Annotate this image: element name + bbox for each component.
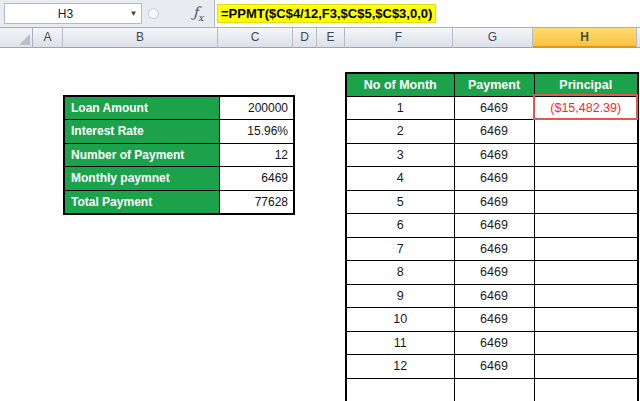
- schedule-month-cell[interactable]: 2: [346, 120, 454, 144]
- formula-bar: H3 ▼ ƒx =PPMT($C$4/12,F3,$C$5,$C$3,0,0): [0, 0, 640, 28]
- schedule-header-cell[interactable]: No of Month: [346, 73, 454, 97]
- schedule-header-cell[interactable]: Payment: [454, 73, 534, 97]
- schedule-month-cell[interactable]: 6: [346, 214, 454, 238]
- name-box-value: H3: [5, 7, 126, 21]
- loan-value-cell[interactable]: 15.96%: [219, 120, 294, 144]
- schedule-month-cell[interactable]: 4: [346, 167, 454, 191]
- loan-value-cell[interactable]: 200000: [219, 96, 294, 120]
- select-all-triangle-icon: [19, 34, 30, 45]
- loan-label-cell[interactable]: Loan Amount: [64, 96, 219, 120]
- column-header-F[interactable]: F: [345, 28, 453, 48]
- column-header-A[interactable]: A: [33, 28, 63, 48]
- schedule-month-cell[interactable]: 7: [346, 237, 454, 261]
- schedule-month-cell[interactable]: 5: [346, 190, 454, 214]
- formula-bar-divider-icon: [148, 8, 159, 19]
- schedule-header-cell[interactable]: Principal: [534, 73, 638, 97]
- schedule-payment-cell[interactable]: 6469: [454, 167, 534, 191]
- schedule-principal-cell[interactable]: [534, 331, 638, 355]
- schedule-principal-cell[interactable]: [534, 190, 638, 214]
- schedule-payment-cell[interactable]: 6469: [454, 284, 534, 308]
- formula-input[interactable]: =PPMT($C$4/12,F3,$C$5,$C$3,0,0): [214, 0, 640, 27]
- loan-label-cell[interactable]: Total Payment: [64, 190, 219, 214]
- insert-function-icon[interactable]: ƒx: [193, 4, 203, 23]
- column-header-C[interactable]: C: [218, 28, 293, 48]
- schedule-month-cell[interactable]: 10: [346, 308, 454, 332]
- schedule-payment-cell[interactable]: 6469: [454, 214, 534, 238]
- schedule-payment-cell[interactable]: 6469: [454, 96, 534, 120]
- schedule-month-cell[interactable]: [346, 378, 454, 401]
- schedule-principal-cell[interactable]: [534, 308, 638, 332]
- loan-value-cell[interactable]: 6469: [219, 167, 294, 191]
- fx-x: x: [198, 13, 203, 23]
- column-header-H[interactable]: H: [533, 28, 637, 48]
- schedule-principal-cell[interactable]: [534, 355, 638, 379]
- schedule-month-cell[interactable]: 11: [346, 331, 454, 355]
- payment-schedule-table: No of MonthPaymentPrincipal 16469($15,48…: [345, 72, 639, 401]
- name-box-dropdown-icon[interactable]: ▼: [126, 9, 141, 18]
- schedule-month-cell[interactable]: 1: [346, 96, 454, 120]
- schedule-principal-cell[interactable]: [534, 120, 638, 144]
- schedule-month-cell[interactable]: 12: [346, 355, 454, 379]
- schedule-principal-cell[interactable]: [534, 237, 638, 261]
- excel-window: H3 ▼ ƒx =PPMT($C$4/12,F3,$C$5,$C$3,0,0) …: [0, 0, 640, 401]
- loan-label-cell[interactable]: Number of Payment: [64, 143, 219, 167]
- schedule-principal-cell[interactable]: ($15,482.39): [534, 96, 638, 120]
- select-all-button[interactable]: [0, 28, 33, 48]
- schedule-month-cell[interactable]: 8: [346, 261, 454, 285]
- schedule-payment-cell[interactable]: [454, 378, 534, 401]
- loan-info-table: Loan Amount200000Interest Rate15.96%Numb…: [63, 95, 295, 215]
- schedule-month-cell[interactable]: 9: [346, 284, 454, 308]
- loan-label-cell[interactable]: Monthly paymnet: [64, 167, 219, 191]
- loan-value-cell[interactable]: 12: [219, 143, 294, 167]
- schedule-payment-cell[interactable]: 6469: [454, 331, 534, 355]
- sheet-grid[interactable]: Loan Amount200000Interest Rate15.96%Numb…: [0, 48, 640, 401]
- column-header-B[interactable]: B: [63, 28, 218, 48]
- schedule-payment-cell[interactable]: 6469: [454, 261, 534, 285]
- formula-text: =PPMT($C$4/12,F3,$C$5,$C$3,0,0): [217, 4, 436, 23]
- schedule-payment-cell[interactable]: 6469: [454, 120, 534, 144]
- schedule-month-cell[interactable]: 3: [346, 143, 454, 167]
- schedule-principal-cell[interactable]: [534, 167, 638, 191]
- schedule-payment-cell[interactable]: 6469: [454, 237, 534, 261]
- schedule-principal-cell[interactable]: [534, 284, 638, 308]
- schedule-payment-cell[interactable]: 6469: [454, 190, 534, 214]
- schedule-payment-cell[interactable]: 6469: [454, 308, 534, 332]
- schedule-payment-cell[interactable]: 6469: [454, 355, 534, 379]
- column-header-G[interactable]: G: [453, 28, 533, 48]
- column-header-D[interactable]: D: [293, 28, 317, 48]
- loan-value-cell[interactable]: 77628: [219, 190, 294, 214]
- schedule-principal-cell[interactable]: [534, 214, 638, 238]
- schedule-payment-cell[interactable]: 6469: [454, 143, 534, 167]
- schedule-principal-cell[interactable]: [534, 143, 638, 167]
- schedule-principal-cell[interactable]: [534, 378, 638, 401]
- name-box[interactable]: H3 ▼: [4, 3, 142, 24]
- schedule-principal-cell[interactable]: [534, 261, 638, 285]
- loan-label-cell[interactable]: Interest Rate: [64, 120, 219, 144]
- column-header-row: ABCDEFGH: [0, 28, 640, 48]
- column-header-E[interactable]: E: [317, 28, 345, 48]
